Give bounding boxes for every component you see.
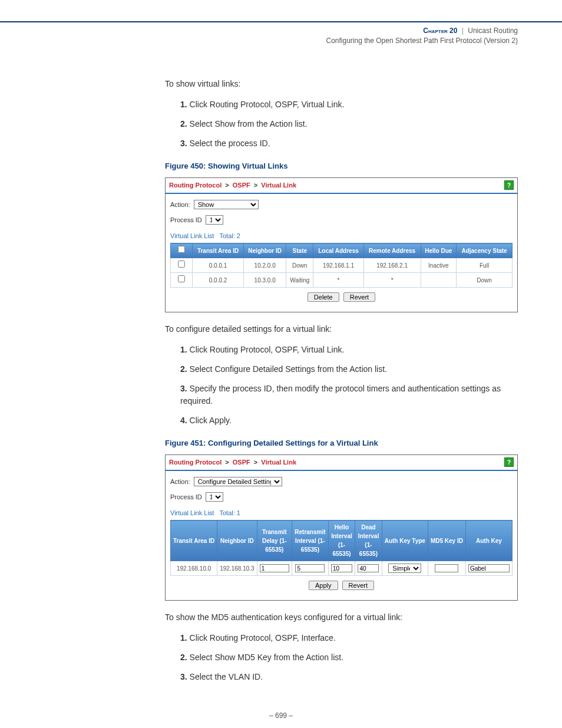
step: 3. Select the process ID.	[177, 137, 518, 150]
select-all-checkbox[interactable]	[178, 246, 185, 253]
page-header: Chapter 20 | Unicast Routing Configuring…	[0, 21, 562, 46]
process-id-select[interactable]: 1	[206, 492, 223, 502]
step: 2. Select Show from the Action list.	[177, 118, 518, 130]
virtual-link-table: Transit Area ID Neighbor ID State Local …	[170, 243, 513, 288]
section-label: Unicast Routing	[468, 27, 518, 35]
step: 2. Select Show MD5 Key from the Action l…	[177, 651, 518, 664]
action-label: Action:	[170, 200, 190, 210]
row-checkbox[interactable]	[178, 275, 185, 282]
auth-key-input[interactable]	[468, 564, 510, 572]
step: 1. Click Routing Protocol, OSPF, Virtual…	[177, 344, 518, 356]
apply-button[interactable]: Apply	[309, 581, 338, 590]
list-total: Total: 2	[219, 232, 240, 239]
page-number: – 699 –	[0, 711, 562, 720]
step: 3. Select the VLAN ID.	[177, 671, 518, 683]
table-row: 0.0.0.2 10.3.0.0 Waiting * * Down	[171, 273, 513, 288]
figure-451-label: Figure 451: Configuring Detailed Setting…	[165, 437, 518, 449]
intro-text: To configure detailed settings for a vir…	[165, 323, 518, 335]
step: 2. Select Configure Detailed Settings fr…	[177, 363, 518, 375]
revert-button[interactable]: Revert	[342, 581, 374, 590]
table-row: 0.0.0.1 10.2.0.0 Down 192.168.1.1 192.16…	[171, 258, 513, 273]
step: 3. Specify the process ID, then modify t…	[177, 383, 518, 407]
help-icon[interactable]: ?	[504, 180, 514, 190]
retransmit-interval-input[interactable]	[295, 564, 325, 572]
hello-interval-input[interactable]	[331, 564, 352, 572]
breadcrumb: Routing Protocol > OSPF > Virtual Link	[169, 457, 296, 467]
process-id-label: Process ID	[170, 215, 202, 225]
md5-key-id-input[interactable]	[435, 564, 458, 572]
steps-list-1: 1. Click Routing Protocol, OSPF, Virtual…	[165, 98, 518, 150]
process-id-label: Process ID	[170, 492, 202, 502]
figure-451-panel: Routing Protocol > OSPF > Virtual Link ?…	[165, 454, 518, 601]
process-id-select[interactable]: 1	[206, 215, 223, 225]
intro-text: To show the MD5 authentication keys conf…	[165, 611, 518, 624]
intro-text: To show virtual links:	[165, 78, 518, 90]
action-select[interactable]: Show	[194, 200, 259, 209]
detailed-settings-table: Transit Area ID Neighbor ID Transmit Del…	[170, 520, 513, 576]
action-label: Action:	[170, 477, 190, 487]
steps-list-2: 1. Click Routing Protocol, OSPF, Virtual…	[165, 344, 518, 427]
auth-key-type-select[interactable]: Simple	[388, 564, 421, 573]
step: 1. Click Routing Protocol, OSPF, Virtual…	[177, 98, 518, 111]
step: 4. Click Apply.	[177, 414, 518, 427]
action-select[interactable]: Configure Detailed Settings	[194, 477, 282, 486]
breadcrumb: Routing Protocol > OSPF > Virtual Link	[169, 180, 296, 190]
subsection-label: Configuring the Open Shortest Path First…	[0, 36, 518, 46]
list-label: Virtual Link List	[170, 509, 214, 516]
steps-list-3: 1. Click Routing Protocol, OSPF, Interfa…	[165, 632, 518, 683]
step: 1. Click Routing Protocol, OSPF, Interfa…	[177, 632, 518, 644]
figure-450-panel: Routing Protocol > OSPF > Virtual Link ?…	[165, 177, 518, 312]
transmit-delay-input[interactable]	[260, 564, 289, 572]
chapter-label: Chapter 20	[423, 27, 457, 35]
revert-button[interactable]: Revert	[343, 292, 375, 302]
dead-interval-input[interactable]	[358, 564, 379, 572]
figure-450-label: Figure 450: Showing Virtual Links	[165, 160, 518, 172]
delete-button[interactable]: Delete	[308, 292, 339, 302]
list-total: Total: 1	[219, 509, 240, 516]
list-label: Virtual Link List	[170, 232, 214, 239]
help-icon[interactable]: ?	[504, 457, 514, 467]
row-checkbox[interactable]	[178, 261, 185, 268]
content: To show virtual links: 1. Click Routing …	[0, 46, 562, 683]
table-row: 192.168.10.0 192.168.10.3 Simple	[171, 561, 513, 576]
divider: |	[462, 27, 464, 35]
